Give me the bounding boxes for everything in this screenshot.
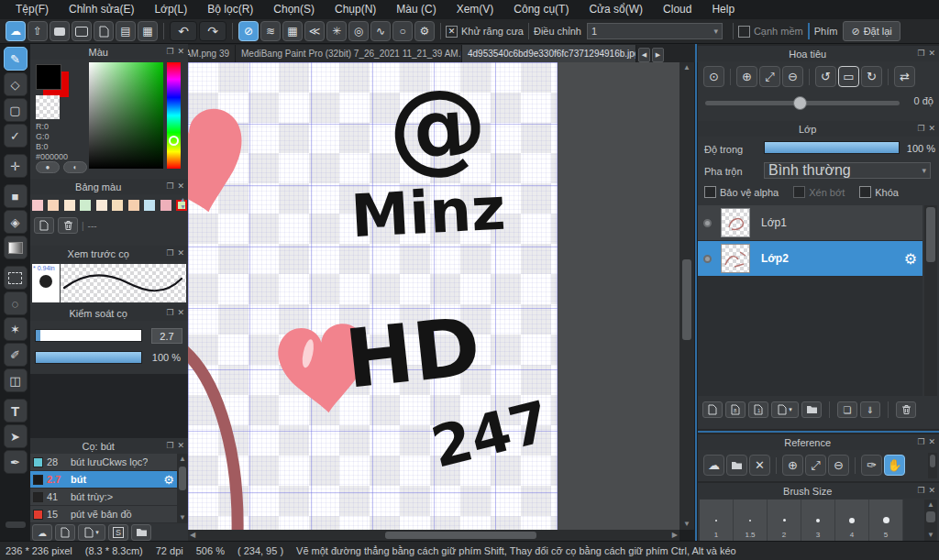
menu-edit[interactable]: Chỉnh sửa(E) (59, 0, 144, 19)
snap-curve-button[interactable]: ∿ (370, 21, 391, 41)
down-arrow-icon[interactable]: ▼ (924, 530, 937, 541)
script-brush-button[interactable]: S (108, 524, 128, 541)
new-layer-button[interactable] (702, 401, 723, 418)
new-8bit-layer-button[interactable]: 8 (725, 401, 746, 418)
menu-select[interactable]: Chọn(S) (263, 0, 325, 19)
popout-icon[interactable]: ❐ (166, 442, 173, 450)
hue-selector[interactable] (169, 136, 179, 146)
layer-visibility-toggle[interactable] (703, 219, 712, 227)
undo-button[interactable]: ↶ (170, 21, 197, 41)
reference-dropper-button[interactable]: ✑ (861, 455, 882, 476)
up-arrow-icon[interactable]: ▲ (177, 454, 188, 465)
palette-swatch[interactable] (128, 200, 139, 211)
tool-column-scrollbar[interactable] (6, 522, 26, 528)
brush-row[interactable]: 15 pút vẽ bản đồ (30, 506, 177, 523)
reference-close-button[interactable]: ✕ (749, 455, 770, 476)
palette-swatch[interactable] (112, 200, 123, 211)
menu-snap[interactable]: Chụp(N) (325, 0, 386, 19)
panel-splitter[interactable] (695, 44, 697, 541)
canvas-horizontal-scrollbar[interactable]: ◀ ▶ (188, 530, 679, 541)
gear-icon[interactable]: ⚙ (163, 473, 174, 487)
menu-help[interactable]: Help (701, 0, 745, 19)
close-icon[interactable]: ✕ (928, 487, 935, 495)
blend-mode-dropdown[interactable]: Bình thường ▾ (764, 162, 931, 179)
layer-list-scrollbar[interactable] (924, 205, 937, 396)
brush-size-cell[interactable]: 1 (700, 500, 734, 541)
rotation-slider-thumb[interactable] (793, 96, 807, 110)
close-icon[interactable]: ✕ (177, 442, 184, 450)
close-icon[interactable]: ✕ (928, 438, 935, 446)
layer-row-selected[interactable]: Lớp2 ⚙ (698, 241, 922, 277)
canvas[interactable]: @ Minz HD 247 (188, 62, 558, 530)
publish-button[interactable]: ⇧ (28, 21, 48, 41)
scrollbar-thumb[interactable] (930, 455, 935, 467)
down-arrow-icon[interactable]: ▼ (177, 512, 188, 523)
up-arrow-icon[interactable]: ▲ (924, 500, 937, 511)
duplicate-layer-button[interactable]: ❏ (837, 401, 857, 418)
brush-folder-button[interactable] (131, 524, 151, 541)
menu-view[interactable]: Xem(V) (447, 0, 504, 19)
comment-button[interactable] (50, 21, 70, 41)
menu-filter[interactable]: Bộ lọc(R) (197, 0, 263, 19)
brush-row[interactable]: 28 bút lưuCkws lọc? (30, 454, 177, 471)
popout-icon[interactable]: ❐ (917, 125, 924, 133)
down-arrow-icon[interactable]: ▼ (180, 203, 186, 211)
snap-off-button[interactable]: ⊘ (238, 21, 259, 41)
reference-zoom-out-button[interactable]: ⊖ (828, 455, 849, 476)
brush-size-cell[interactable]: 4 (835, 500, 869, 541)
reference-scrollbar[interactable] (928, 453, 937, 478)
palette-swatch[interactable] (64, 200, 75, 211)
gear-icon[interactable]: ⚙ (904, 250, 917, 268)
shape-tool[interactable]: ▢ (4, 98, 28, 122)
brush-size-cell[interactable]: 1.5 (734, 500, 768, 541)
scrollbar-thumb[interactable] (385, 532, 536, 539)
snap-settings-button[interactable]: ⚙ (414, 21, 435, 41)
popout-icon[interactable]: ❐ (917, 49, 924, 58)
scrollbar-thumb[interactable] (682, 259, 691, 340)
transparent-color-swatch[interactable] (36, 95, 60, 119)
lock-checkbox[interactable] (859, 186, 871, 198)
palette-swatch[interactable] (48, 200, 59, 211)
color-picker-button[interactable]: ◐ (63, 161, 87, 173)
foreground-color-swatch[interactable] (36, 64, 61, 90)
layer-row[interactable]: Lớp1 (698, 205, 922, 241)
zoom-100-button[interactable]: ⊙ (703, 66, 724, 87)
flip-view-button[interactable]: ⇄ (894, 66, 915, 87)
hue-bar[interactable] (167, 62, 181, 169)
zoom-out-button[interactable]: ⊖ (782, 66, 803, 87)
brush-size-cell[interactable]: 5 (869, 500, 903, 541)
close-icon[interactable]: ✕ (177, 249, 184, 258)
new-folder-button[interactable] (801, 401, 822, 418)
left-arrow-icon[interactable]: ◀ (190, 530, 195, 541)
redo-button[interactable]: ↷ (199, 21, 226, 41)
reference-open-button[interactable] (726, 455, 747, 476)
new-brush-button[interactable] (55, 524, 75, 541)
canvas-vertical-scrollbar[interactable]: ▲ ▼ (679, 62, 694, 530)
brush-size-value[interactable]: 2.7 (151, 328, 182, 344)
reference-cloud-button[interactable]: ☁ (703, 455, 724, 476)
bucket-tool[interactable]: ◈ (4, 210, 28, 234)
rotate-right-button[interactable]: ↻ (861, 66, 882, 87)
snap-vanishing-button[interactable]: ≪ (304, 21, 325, 41)
layer-opacity-slider[interactable] (764, 141, 900, 154)
close-icon[interactable]: ✕ (928, 125, 935, 133)
tab-scroll-right-button[interactable]: ▶ (652, 48, 664, 62)
popout-icon[interactable]: ❐ (166, 309, 173, 317)
popout-icon[interactable]: ❐ (166, 249, 173, 258)
zoom-in-button[interactable]: ⊕ (736, 66, 757, 87)
select-pen-tool[interactable]: ✐ (4, 343, 28, 367)
snap-ellipse-button[interactable]: ○ (392, 21, 413, 41)
color-mode-button[interactable]: ● (36, 161, 60, 173)
close-icon[interactable]: ✕ (928, 49, 935, 58)
lasso-tool[interactable]: ◌ (4, 291, 28, 315)
eraser-tool[interactable]: ◇ (4, 72, 28, 96)
snap-concentric-button[interactable]: ◎ (348, 21, 369, 41)
menu-cloud[interactable]: Cloud (653, 0, 701, 19)
brush-size-slider[interactable] (35, 329, 142, 342)
close-icon[interactable]: ✕ (177, 48, 184, 56)
duplicate-brush-button[interactable]: ▾ (78, 524, 105, 541)
new-palette-color-button[interactable] (34, 217, 54, 234)
scrollbar-thumb[interactable] (926, 207, 935, 262)
brush-size-cell[interactable]: 2 (768, 500, 801, 541)
popout-icon[interactable]: ❐ (917, 487, 924, 495)
